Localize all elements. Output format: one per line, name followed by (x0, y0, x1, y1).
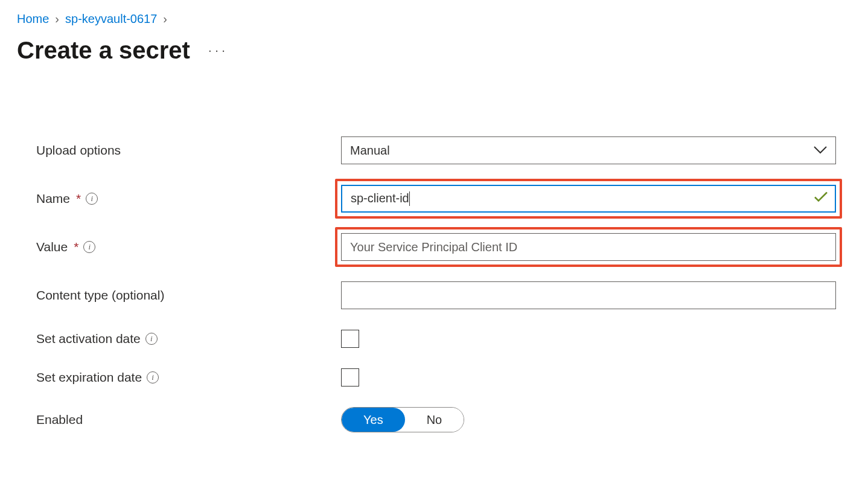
label-text: Set activation date (36, 332, 141, 346)
label-name: Name * i (36, 191, 341, 206)
label-activation-date: Set activation date i (36, 332, 341, 346)
row-enabled: Enabled Yes No (36, 407, 851, 432)
content-type-field-wrapper (341, 281, 836, 309)
text-caret-icon (409, 191, 410, 206)
activation-field (341, 330, 836, 348)
label-value: Value * i (36, 240, 341, 254)
breadcrumb-resource[interactable]: sp-keyvault-0617 (65, 12, 157, 26)
label-expiration-date: Set expiration date i (36, 370, 341, 385)
title-row: Create a secret ··· (17, 37, 851, 64)
info-icon[interactable]: i (86, 193, 98, 205)
row-content-type: Content type (optional) (36, 281, 851, 309)
chevron-right-icon: › (55, 12, 59, 26)
info-icon[interactable]: i (147, 371, 159, 383)
enabled-toggle: Yes No (341, 407, 464, 432)
enabled-field: Yes No (341, 407, 836, 432)
row-name: Name * i sp-client-id (36, 185, 851, 213)
label-enabled: Enabled (36, 412, 341, 427)
page-title: Create a secret (17, 37, 190, 64)
label-text: Value (36, 240, 68, 254)
row-expiration-date: Set expiration date i (36, 368, 851, 387)
value-field-wrapper: Your Service Principal Client ID (341, 233, 836, 261)
name-field-wrapper: sp-client-id (341, 185, 836, 213)
name-input-value: sp-client-id (351, 191, 409, 205)
upload-options-select[interactable]: Manual (341, 136, 836, 164)
breadcrumb: Home › sp-keyvault-0617 › (17, 12, 851, 26)
check-icon (814, 192, 828, 206)
enabled-yes-button[interactable]: Yes (342, 408, 405, 432)
info-icon[interactable]: i (145, 333, 158, 345)
label-upload-options: Upload options (36, 143, 341, 158)
content-type-input[interactable] (341, 281, 836, 309)
value-input-placeholder: Your Service Principal Client ID (350, 240, 517, 254)
label-text: Set expiration date (36, 370, 142, 385)
enabled-no-button[interactable]: No (405, 408, 464, 432)
label-text: Enabled (36, 412, 83, 427)
chevron-right-icon: › (163, 12, 167, 26)
label-text: Upload options (36, 143, 121, 158)
activation-checkbox[interactable] (341, 330, 359, 348)
upload-options-field: Manual (341, 136, 836, 164)
row-activation-date: Set activation date i (36, 330, 851, 348)
chevron-down-icon (814, 144, 827, 158)
upload-options-value: Manual (350, 144, 390, 158)
required-asterisk-icon: * (76, 191, 81, 206)
more-actions-icon[interactable]: ··· (208, 43, 228, 59)
row-value: Value * i Your Service Principal Client … (36, 233, 851, 261)
expiration-field (341, 368, 836, 387)
expiration-checkbox[interactable] (341, 368, 359, 387)
info-icon[interactable]: i (83, 241, 95, 253)
label-text: Name (36, 191, 70, 206)
label-text: Content type (optional) (36, 288, 164, 303)
breadcrumb-home[interactable]: Home (17, 12, 49, 26)
highlight-value: Your Service Principal Client ID (335, 227, 842, 267)
highlight-name: sp-client-id (335, 179, 842, 219)
create-secret-form: Upload options Manual Name * i sp-client… (17, 136, 851, 432)
label-content-type: Content type (optional) (36, 288, 341, 303)
row-upload-options: Upload options Manual (36, 136, 851, 164)
required-asterisk-icon: * (74, 240, 78, 254)
value-input[interactable]: Your Service Principal Client ID (341, 233, 836, 261)
name-input[interactable]: sp-client-id (341, 185, 836, 213)
